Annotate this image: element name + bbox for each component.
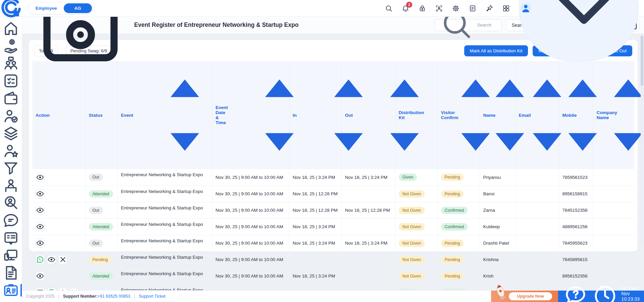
- table-row: OutEntrepreneur Networking & Startup Exp…: [32, 169, 634, 186]
- eye-action-button[interactable]: [36, 239, 45, 248]
- event-name: Entrepreneur Networking & Startup Expo: [117, 186, 212, 202]
- sidebar-item-devices-icon[interactable]: [0, 247, 22, 264]
- chevron-down-icon: [534, 0, 634, 59]
- sidebar-item-user-search-icon[interactable]: [0, 194, 22, 212]
- visitor-email: [515, 235, 559, 251]
- visitor-email: [515, 202, 559, 218]
- eye-action-button[interactable]: [36, 189, 45, 198]
- sidebar-item-feedback-card-icon[interactable]: [0, 229, 22, 247]
- datetime-text: Fri 21st Nov 10:23:33 AM: [622, 286, 640, 302]
- status-badge: Out: [89, 207, 103, 214]
- visitor-name: Bansi: [480, 186, 515, 202]
- role-toggle: Employee AG: [28, 2, 93, 14]
- sidebar-item-layers-icon[interactable]: [0, 124, 22, 142]
- event-name: Entrepreneur Networking & Startup Expo: [117, 251, 212, 268]
- sidebar-item-home-icon[interactable]: [0, 20, 22, 37]
- sidebar-item-wallet-icon[interactable]: [0, 90, 22, 107]
- column-header-status: Status: [85, 61, 117, 169]
- eye-action-button[interactable]: [36, 222, 45, 231]
- sidebar-item-document-icon[interactable]: [0, 264, 22, 282]
- visitor-email: [515, 218, 559, 235]
- status-badge: Out: [89, 173, 103, 181]
- support-number-link[interactable]: +91 63525 00853: [98, 294, 130, 299]
- support-ticket-link[interactable]: Support Ticket: [139, 294, 166, 299]
- whatsapp-action-button[interactable]: [36, 255, 45, 264]
- eye-action-button[interactable]: [47, 255, 56, 264]
- eye-action-button[interactable]: [36, 206, 45, 215]
- grid-icon[interactable]: [502, 4, 510, 12]
- visitor-name: Krishna: [480, 251, 515, 268]
- footer: Copyright 2025 | Support Number: +91 635…: [22, 291, 644, 302]
- status-badge: Not Given: [399, 223, 425, 231]
- event-name: Entrepreneur Networking & Startup Expo: [117, 218, 212, 235]
- company-name: [593, 251, 634, 268]
- sidebar-item-coin-hand-icon[interactable]: [0, 37, 22, 55]
- out-time: Nov 18, 25 | 12:28 PM: [341, 202, 395, 218]
- column-header-event[interactable]: Event: [117, 61, 212, 169]
- status-badge: Confirmed: [441, 223, 468, 231]
- visitor-mobile: 4889561256: [559, 218, 593, 235]
- event-datetime: Nov 30, 25 | 9:00 AM to 10:00 AM: [212, 218, 289, 235]
- eye-action-button[interactable]: [36, 271, 45, 281]
- sidebar-item-visitor-badge-icon[interactable]: [0, 282, 22, 299]
- lock-icon[interactable]: [418, 4, 426, 12]
- gear-icon[interactable]: [452, 4, 460, 12]
- search-icon[interactable]: [385, 4, 393, 12]
- event-datetime: Nov 30, 25 | 9:00 AM to 10:00 AM: [212, 251, 289, 268]
- event-datetime: Nov 30, 25 | 9:00 AM to 10:00 AM: [212, 169, 289, 186]
- out-time: [341, 186, 395, 202]
- company-name: [593, 268, 634, 284]
- in-time: [289, 251, 341, 268]
- company-name: [593, 218, 634, 235]
- clock-icon: [592, 283, 618, 302]
- upgrade-now-button[interactable]: Upgrade Now: [509, 292, 552, 300]
- table-row: AttendedEntrepreneur Networking & Startu…: [32, 268, 634, 284]
- sidebar-item-user-star-icon[interactable]: [0, 142, 22, 159]
- sidebar-item-user-check-icon[interactable]: [0, 107, 22, 124]
- out-time: Nov 18, 25 | 3:24 PM: [341, 235, 395, 251]
- toggle-ag[interactable]: AG: [64, 3, 92, 13]
- out-time: [341, 268, 395, 284]
- toggle-employee[interactable]: Employee: [29, 6, 64, 11]
- visitor-email: [515, 169, 559, 186]
- out-time: Nov 18, 25 | 3:24 PM: [341, 169, 395, 186]
- status-badge: Not Given: [399, 272, 425, 280]
- pin-icon[interactable]: [485, 4, 493, 12]
- bell-icon[interactable]: 2: [401, 4, 410, 12]
- status-badge: Not Given: [399, 207, 425, 214]
- user-menu[interactable]: [519, 0, 639, 61]
- note-icon[interactable]: [469, 4, 477, 12]
- app-logo-icon[interactable]: [0, 0, 22, 19]
- event-datetime: Nov 30, 25 | 9:00 AM to 10:00 AM: [212, 268, 289, 284]
- sidebar-item-meeting-icon[interactable]: [0, 55, 22, 72]
- eye-action-button[interactable]: [36, 173, 45, 182]
- user-scan-icon[interactable]: [435, 4, 443, 12]
- sidebar-item-user-desk-icon[interactable]: [0, 177, 22, 194]
- sidebar-item-funnel-icon[interactable]: [0, 159, 22, 177]
- visitor-name: Drashti Patel: [480, 235, 515, 251]
- topbar-icons: 2: [385, 0, 644, 61]
- status-badge: Pending: [89, 256, 112, 263]
- sidebar-item-chat-icon[interactable]: [0, 212, 22, 229]
- close-action-button[interactable]: [58, 255, 67, 264]
- out-time: [341, 218, 395, 235]
- in-time: Nov 18, 25 | 3:24 PM: [289, 218, 341, 235]
- sidebar-item-checklist-icon[interactable]: [0, 72, 22, 90]
- in-time: Nov 18, 25 | 3:24 PM: [289, 169, 341, 186]
- visitor-email: [515, 251, 559, 268]
- status-badge: Attended: [89, 190, 113, 198]
- chat-question-icon[interactable]: [562, 283, 589, 302]
- support-number-label: Support Number:: [63, 294, 98, 299]
- event-datetime: Nov 30, 25 | 9:00 AM to 10:00 AM: [212, 186, 289, 202]
- visitor-name: Kuldeep: [480, 218, 515, 235]
- vertical-scrollbar: [641, 36, 643, 246]
- notification-badge: 2: [406, 2, 412, 8]
- visitor-name: Priyansu: [480, 169, 515, 186]
- event-register-table: ActionStatusEventEvent Date & TimeInOutD…: [32, 61, 634, 302]
- company-name: [593, 235, 634, 251]
- sort-icon[interactable]: [619, 65, 644, 165]
- status-badge: Pending: [441, 272, 464, 280]
- table-row: AttendedEntrepreneur Networking & Startu…: [32, 186, 634, 202]
- visitor-mobile: 7845895615: [559, 251, 593, 268]
- event-name: Entrepreneur Networking & Startup Expo: [117, 169, 212, 186]
